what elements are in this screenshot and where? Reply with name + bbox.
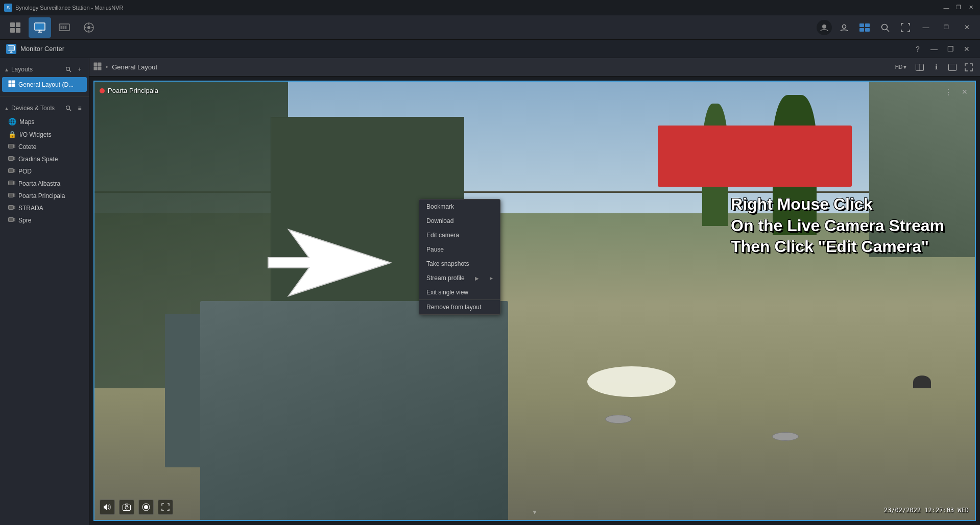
layout-grid-icon: [93, 62, 102, 72]
header-close-button[interactable]: ✕: [960, 42, 974, 56]
context-menu-exit-single-view[interactable]: Exit single view: [419, 285, 500, 299]
svg-point-15: [87, 26, 90, 29]
general-layout-item[interactable]: General Layout (D...: [2, 77, 87, 92]
overview-icon: [9, 21, 21, 34]
context-menu-remove-from-layout[interactable]: Remove from layout: [419, 299, 500, 314]
layouts-label: Layouts: [11, 66, 33, 73]
recording-indicator: [100, 88, 105, 93]
devices-search-button[interactable]: [63, 103, 74, 113]
camera-more-button[interactable]: ⋮: [942, 86, 954, 98]
context-menu-bookmark[interactable]: Bookmark: [419, 199, 500, 214]
sidebar-item-cotete[interactable]: Cotete: [0, 141, 89, 153]
devices-label: Devices & Tools: [11, 105, 55, 112]
poarta-principala-icon: [8, 192, 15, 199]
sidebar-item-io-widgets[interactable]: 🔒 I/O Widgets: [0, 128, 89, 141]
app-restore-button[interactable]: ❐: [937, 18, 955, 37]
devices-menu-button[interactable]: ≡: [75, 103, 85, 113]
help-button[interactable]: ?: [911, 42, 925, 56]
camera-bird: [913, 376, 930, 389]
audio-button[interactable]: [100, 499, 115, 515]
context-menu-pause[interactable]: Pause: [419, 242, 500, 257]
titlebar-left: S Synology Surveillance Station - Marius…: [4, 4, 124, 12]
sidebar-item-strada[interactable]: STRADA: [0, 202, 89, 214]
content-area: • General Layout HD▼ ℹ: [89, 58, 980, 525]
devices-section-header[interactable]: ▲ Devices & Tools ≡: [0, 101, 89, 115]
app-close-button[interactable]: ✕: [958, 18, 976, 37]
layouts-section-actions: +: [63, 64, 85, 74]
sidebar-item-pod[interactable]: POD: [0, 165, 89, 178]
layouts-section-header[interactable]: ▲ Layouts +: [0, 62, 89, 77]
restore-button[interactable]: ❐: [953, 3, 964, 12]
expand-camera-button[interactable]: [158, 499, 173, 515]
maps-label: Maps: [19, 118, 34, 126]
svg-rect-37: [9, 84, 12, 87]
context-menu: Bookmark Download Edit camera Pause Take…: [419, 199, 500, 315]
layout-expand-button[interactable]: [962, 60, 976, 74]
user-avatar[interactable]: [817, 20, 832, 35]
svg-rect-29: [9, 46, 14, 50]
sidebar-item-poarta-principala[interactable]: Poarta Principala: [0, 190, 89, 202]
take-snapshots-label: Take snapshots: [426, 260, 469, 267]
grid-layout-button[interactable]: [913, 60, 927, 74]
svg-line-34: [69, 70, 71, 72]
header-restore-button[interactable]: ❐: [943, 42, 958, 56]
svg-rect-50: [94, 67, 98, 70]
svg-rect-45: [9, 193, 14, 197]
poarta-albastra-label: Poarta Albastra: [18, 180, 60, 187]
context-menu-stream-profile[interactable]: Stream profile ▶: [419, 271, 500, 285]
svg-rect-49: [98, 63, 102, 66]
sidebar-item-maps[interactable]: 🌐 Maps: [0, 115, 89, 128]
layout-header: • General Layout HD▼ ℹ: [89, 58, 980, 77]
quality-button[interactable]: HD▼: [892, 60, 911, 74]
svg-rect-25: [865, 28, 870, 32]
svg-point-59: [144, 505, 148, 509]
toolbar-overview-button[interactable]: [4, 17, 27, 38]
layouts-search-button[interactable]: [63, 64, 74, 74]
app-header-title: Monitor Center: [20, 45, 64, 53]
search-button[interactable]: [876, 18, 894, 37]
titlebar-title: Synology Surveillance Station - MariusNV…: [15, 5, 124, 11]
toolbar-timeline-button[interactable]: [53, 17, 76, 38]
camera-name: Poarta Principala: [108, 87, 158, 94]
camera-close-button[interactable]: ✕: [959, 86, 971, 98]
layout-header-right: HD▼ ℹ: [892, 60, 976, 74]
synology-button[interactable]: [855, 18, 874, 37]
svg-rect-0: [10, 22, 15, 27]
toolbar-analytics-button[interactable]: [78, 17, 100, 38]
app-minimize-button[interactable]: —: [917, 18, 935, 37]
layout-window-button[interactable]: [945, 60, 960, 74]
sidebar-item-spre[interactable]: Spre: [0, 214, 89, 227]
toolbar-monitor-button[interactable]: [29, 17, 51, 38]
layout-info-button[interactable]: ℹ: [929, 60, 943, 74]
fullscreen-button[interactable]: [896, 18, 915, 37]
gradina-spate-label: Gradina Spate: [18, 156, 58, 163]
header-minimize-button[interactable]: —: [927, 42, 941, 56]
snapshot-button[interactable]: [119, 499, 134, 515]
minimize-button[interactable]: —: [941, 3, 951, 12]
layouts-add-button[interactable]: +: [75, 64, 85, 74]
download-label: Download: [426, 217, 453, 224]
account-button[interactable]: [835, 18, 853, 37]
svg-point-21: [843, 24, 846, 28]
arrow-overlay: [258, 224, 401, 306]
sidebar-item-gradina-spate[interactable]: Gradina Spate: [0, 153, 89, 165]
io-widgets-icon: 🔒: [8, 131, 16, 138]
titlebar-controls: — ❐ ✕: [941, 3, 976, 12]
svg-rect-22: [859, 23, 864, 27]
record-button[interactable]: [138, 499, 154, 515]
app-header: Monitor Center ? — ❐ ✕: [0, 40, 980, 58]
context-menu-download[interactable]: Download: [419, 214, 500, 228]
context-menu-take-snapshots[interactable]: Take snapshots: [419, 257, 500, 271]
titlebar: S Synology Surveillance Station - Marius…: [0, 0, 980, 15]
svg-point-20: [822, 24, 826, 29]
sidebar-item-poarta-albastra[interactable]: Poarta Albastra: [0, 178, 89, 190]
close-button[interactable]: ✕: [966, 3, 976, 12]
svg-rect-23: [865, 23, 870, 27]
svg-point-26: [882, 24, 888, 30]
svg-rect-42: [9, 157, 14, 161]
stream-profile-chevron: ▶: [475, 276, 479, 281]
pod-icon: [8, 168, 15, 175]
svg-rect-41: [9, 144, 14, 148]
devices-section-header-left: ▲ Devices & Tools: [4, 105, 55, 112]
context-menu-edit-camera[interactable]: Edit camera: [419, 228, 500, 242]
